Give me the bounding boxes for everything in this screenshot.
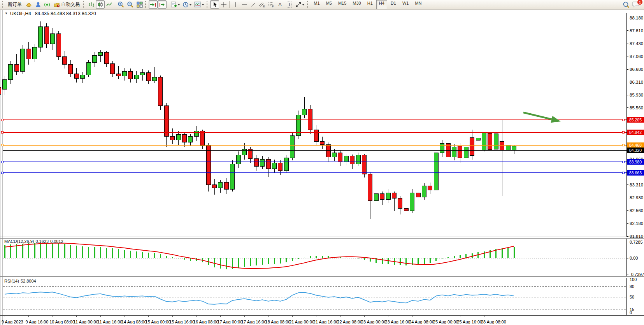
bar-chart-type-button[interactable] [87, 0, 96, 9]
timeframe-m15-button[interactable]: M15 [335, 0, 349, 9]
panel-separators[interactable] [0, 237, 644, 316]
macd-indicator-label: MACD(12,26,9)0.16230.0812 [4, 239, 65, 244]
trend-arrow[interactable] [523, 112, 561, 123]
candle-body [128, 71, 133, 79]
candle-body [464, 147, 468, 158]
svg-text:21 Aug 00:00: 21 Aug 00:00 [289, 320, 314, 324]
fibonacci-tool-button[interactable]: F [267, 0, 275, 9]
candle-body [452, 147, 456, 157]
svg-text:18 Aug 08:00: 18 Aug 08:00 [265, 320, 291, 324]
text-tool-button[interactable]: A [275, 0, 284, 9]
chart-window: ▼ UKOil-,H4 84.435 84.493 84.313 84.320 … [0, 10, 644, 325]
arrows-tool-button[interactable] [294, 0, 306, 9]
svg-text:84.842: 84.842 [629, 130, 642, 135]
candle-body [212, 184, 217, 188]
candle-body [272, 163, 277, 169]
periods-button[interactable] [181, 0, 193, 9]
timeframe-m5-button[interactable]: M5 [323, 0, 335, 9]
template-button[interactable] [193, 0, 205, 9]
hline-84.842[interactable]: 84.842 [2, 130, 644, 135]
auto-scroll-button[interactable] [149, 0, 158, 9]
timeframe-h1-button[interactable]: H1 [365, 0, 376, 9]
svg-text:23 Aug 00:00: 23 Aug 00:00 [361, 320, 386, 324]
add-indicator-button[interactable] [169, 0, 181, 9]
candle-body [200, 131, 205, 146]
price-axis[interactable]: 88.18087.81087.43087.06086.68086.31085.9… [626, 16, 643, 239]
svg-text:15 Aug 00:00: 15 Aug 00:00 [146, 320, 171, 324]
toolbar-grip[interactable] [145, 1, 147, 8]
gold-ingot-icon[interactable] [24, 0, 33, 9]
rsi-panel[interactable]: 1008050150 [3, 277, 637, 315]
hline-84.320[interactable]: 84.320 [3, 148, 644, 153]
vertical-line-tool-button[interactable] [231, 0, 240, 9]
timeframe-m1-button[interactable]: M1 [311, 0, 322, 9]
candle-body [81, 75, 85, 78]
notifications-button[interactable]: 1 [631, 0, 641, 9]
candle-body [284, 158, 288, 170]
crosshair-tool-button[interactable] [219, 0, 228, 9]
candle-body [74, 74, 79, 78]
candle-body [26, 49, 31, 59]
candle-body [164, 105, 168, 136]
candle-body [500, 142, 504, 151]
macd-panel[interactable]: 0.72850.00-0.7397 [3, 240, 644, 277]
equidistant-channel-tool-button[interactable]: E [258, 0, 267, 9]
zoom-out-button[interactable] [126, 0, 135, 9]
candlestick-chart-type-button[interactable] [96, 0, 105, 9]
candle-body [0, 88, 1, 95]
candle-body [350, 156, 354, 164]
svg-text:E: E [263, 5, 265, 8]
toolbar-grip[interactable] [207, 1, 209, 8]
auto-trading-button[interactable]: 自动交易 [51, 0, 82, 9]
search-button[interactable] [621, 0, 631, 9]
toolbar-grip[interactable] [83, 1, 86, 8]
candle-body [236, 155, 240, 164]
window-menu-icon[interactable]: ▼ [5, 12, 8, 15]
candle-body [176, 134, 181, 140]
horizontal-line-tool-button[interactable] [240, 0, 249, 9]
signal-icon[interactable] [42, 0, 51, 9]
line-chart-type-button[interactable] [105, 0, 114, 9]
toolbar-grip[interactable] [307, 1, 309, 8]
timeframe-h4-button[interactable]: H4 [376, 0, 387, 9]
svg-text:11 Aug 00:00: 11 Aug 00:00 [74, 320, 98, 324]
hline-83.663[interactable]: 83.663 [2, 170, 644, 176]
candle-body [123, 71, 127, 76]
new-order-button[interactable]: 新订单 [5, 0, 24, 9]
macd-name: MACD(12,26,9) [4, 239, 34, 244]
candle-body [56, 34, 61, 57]
candle-body [476, 138, 480, 140]
candle-body [86, 62, 91, 75]
candle-body [248, 149, 253, 158]
candle-body [51, 34, 55, 44]
cursor-tool-button[interactable] [210, 0, 219, 9]
candle-body [416, 193, 420, 197]
label-tool-button[interactable]: T [284, 0, 294, 9]
community-user-icon[interactable] [33, 0, 42, 9]
label-tool-icon: T [287, 2, 292, 8]
chart-ohlc-values: 84.435 84.493 84.313 84.320 [35, 11, 96, 16]
candle-body [362, 155, 367, 174]
candlestick-chart[interactable]: 88.18087.81087.43087.06086.68086.31085.9… [0, 10, 644, 325]
trendline-tool-button[interactable] [249, 0, 258, 9]
tile-windows-button[interactable] [135, 0, 144, 9]
timeframe-w1-button[interactable]: W1 [400, 0, 412, 9]
svg-text:83.663: 83.663 [629, 170, 642, 175]
svg-text:50: 50 [630, 295, 634, 299]
candle-body [290, 135, 295, 158]
timeframe-mn-button[interactable]: MN [412, 0, 424, 9]
time-axis[interactable]: 9 Aug 20239 Aug 16:0010 Aug 08:0011 Aug … [2, 315, 506, 324]
hline-83.980[interactable]: 83.980 [2, 159, 644, 165]
candle-body [434, 153, 438, 190]
timeframe-m30-button[interactable]: M30 [350, 0, 363, 9]
crosshair-icon [221, 2, 227, 8]
line-handle [2, 144, 4, 146]
zoom-in-button[interactable] [116, 0, 126, 9]
toolbar-grip[interactable] [2, 1, 4, 8]
candle-body [3, 80, 7, 90]
timeframe-d1-button[interactable]: D1 [388, 0, 399, 9]
candle-body [68, 65, 73, 74]
chart-title: UKOil-,H4 [10, 11, 31, 16]
chart-shift-button[interactable] [158, 0, 167, 9]
candles-layer[interactable] [0, 21, 516, 221]
